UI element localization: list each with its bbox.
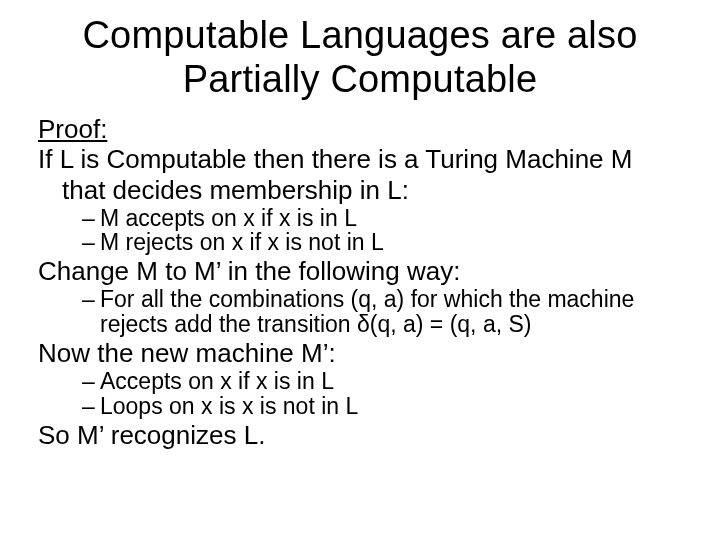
dash-icon: – <box>82 206 100 231</box>
dash-icon: – <box>82 369 100 394</box>
so-line: So M’ recognizes L. <box>38 421 682 449</box>
dash-icon: – <box>82 394 100 419</box>
change-line: Change M to M’ in the following way: <box>38 257 682 285</box>
bullet-transition-2: rejects add the transition δ(q, a) = (q,… <box>38 312 682 337</box>
bullet-new-loops-text: Loops on x is x is not in L <box>100 393 358 419</box>
title-line-1: Computable Languages are also <box>82 14 637 56</box>
slide: Computable Languages are also Partially … <box>0 0 720 540</box>
now-line: Now the new machine M’: <box>38 339 682 367</box>
bullet-transition-1-text: For all the combinations (q, a) for whic… <box>100 286 634 312</box>
title-line-2: Partially Computable <box>183 58 538 100</box>
bullet-new-accepts-text: Accepts on x if x is in L <box>100 368 334 394</box>
bullet-rejects-text: M rejects on x if x is not in L <box>100 229 384 255</box>
bullet-accepts: –M accepts on x if x is in L <box>38 206 682 231</box>
slide-title: Computable Languages are also Partially … <box>38 14 682 101</box>
bullet-new-accepts: –Accepts on x if x is in L <box>38 369 682 394</box>
bullet-new-loops: –Loops on x is x is not in L <box>38 394 682 419</box>
intro-line-1: If L is Computable then there is a Turin… <box>38 145 682 173</box>
proof-label-text: Proof: <box>38 114 107 144</box>
bullet-rejects: –M rejects on x if x is not in L <box>38 230 682 255</box>
intro-line-2: that decides membership in L: <box>38 176 682 204</box>
dash-icon: – <box>82 287 100 312</box>
bullet-accepts-text: M accepts on x if x is in L <box>100 205 357 231</box>
slide-body: Proof: If L is Computable then there is … <box>38 115 682 448</box>
bullet-transition-1: –For all the combinations (q, a) for whi… <box>38 287 682 312</box>
dash-icon: – <box>82 230 100 255</box>
proof-label: Proof: <box>38 115 682 143</box>
